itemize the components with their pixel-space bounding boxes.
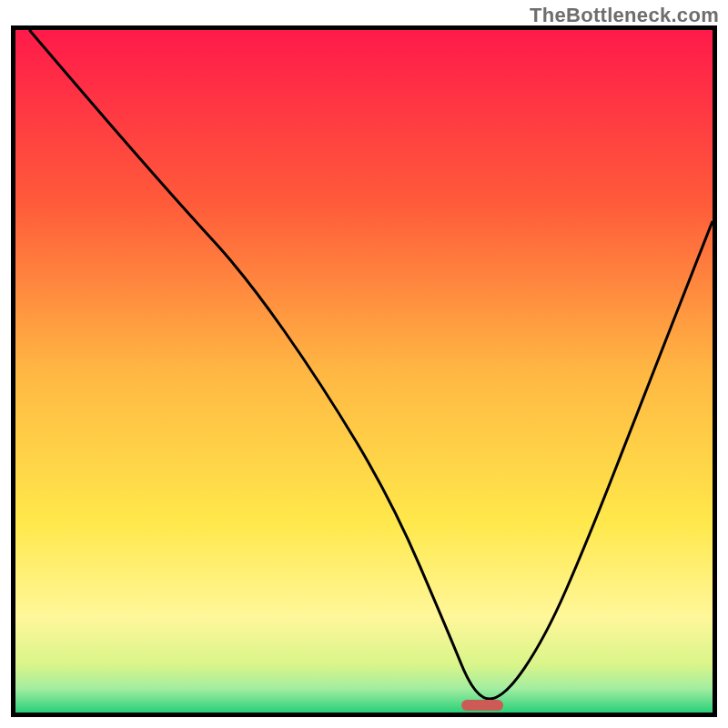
gradient-bg (15, 30, 713, 713)
watermark-text: TheBottleneck.com (530, 4, 719, 27)
plot-area (11, 25, 717, 717)
chart-svg (15, 30, 713, 713)
chart-container: TheBottleneck.com (0, 0, 728, 728)
optimum-marker (461, 700, 503, 711)
